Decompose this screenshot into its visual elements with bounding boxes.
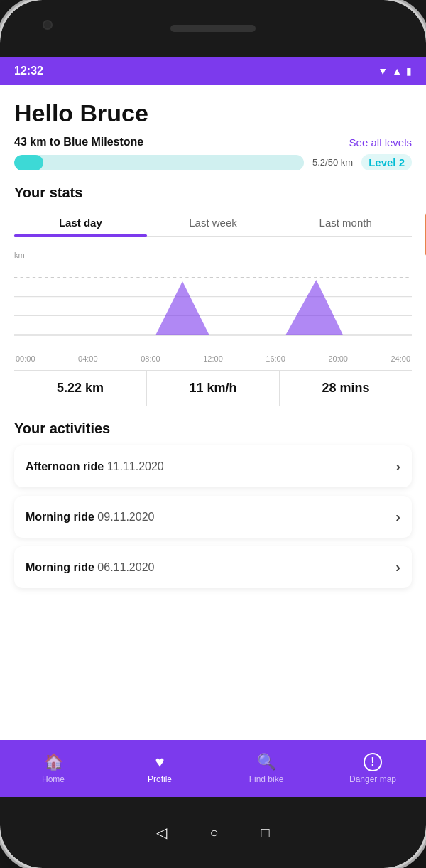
x-label-3: 12:00: [203, 354, 223, 363]
chevron-right-icon-1: ›: [395, 509, 400, 525]
status-bar: 12:32 ▼ ▲ ▮: [0, 57, 426, 85]
activity-name-2: Morning ride 06.11.2020: [26, 561, 154, 574]
tab-last-day[interactable]: Last day: [14, 210, 147, 236]
app-content: Hello Bruce 43 km to Blue Milestone See …: [0, 85, 426, 797]
progress-label: 5.2/50 km: [312, 157, 353, 168]
heart-icon: ♥: [155, 753, 164, 771]
activity-name-1: Morning ride 09.11.2020: [26, 511, 154, 523]
activity-name-0: Afternoon ride 11.11.2020: [26, 460, 164, 473]
x-label-5: 20:00: [328, 354, 348, 363]
stat-time: 28 mins: [280, 371, 412, 406]
stats-title: Your stats: [14, 185, 412, 201]
greeting-text: Hello Bruce: [14, 99, 412, 127]
top-bezel: [0, 0, 426, 57]
nav-danger-map[interactable]: ! Danger map: [320, 740, 426, 797]
bottom-nav: 🏠 Home ♥ Profile 🔍 Find bike ! Danger ma…: [0, 740, 426, 797]
camera: [43, 20, 53, 30]
status-time: 12:32: [14, 65, 43, 77]
chart-area: km 00:00: [14, 244, 412, 364]
progress-bar-fill: [14, 155, 43, 170]
svg-marker-5: [155, 281, 209, 335]
stats-tabs: Last day Last week Last month: [14, 210, 412, 237]
nav-danger-map-label: Danger map: [349, 774, 396, 784]
see-all-link[interactable]: See all levels: [349, 136, 412, 148]
main-content: Hello Bruce 43 km to Blue Milestone See …: [0, 85, 426, 740]
stat-speed: 11 km/h: [147, 371, 280, 406]
svg-marker-6: [285, 280, 343, 335]
stat-distance: 5.22 km: [14, 371, 147, 406]
progress-row: 5.2/50 km Level 2: [14, 154, 412, 170]
home-button[interactable]: ○: [209, 825, 218, 841]
tab-last-month[interactable]: Last month: [279, 210, 412, 236]
nav-find-bike-label: Find bike: [249, 774, 284, 784]
battery-icon: ▮: [406, 65, 412, 77]
wifi-icon: ▼: [378, 65, 388, 77]
nav-home[interactable]: 🏠 Home: [0, 740, 106, 797]
nav-profile[interactable]: ♥ Profile: [106, 740, 213, 797]
chevron-right-icon-0: ›: [395, 458, 400, 474]
tab-last-week[interactable]: Last week: [147, 210, 280, 236]
search-icon: 🔍: [257, 753, 276, 771]
chart-y-label: km: [14, 251, 25, 259]
x-label-1: 04:00: [78, 354, 98, 363]
x-label-0: 00:00: [16, 354, 36, 363]
activity-card-2[interactable]: Morning ride 06.11.2020 ›: [14, 546, 412, 588]
x-label-4: 16:00: [266, 354, 285, 363]
home-icon: 🏠: [44, 753, 63, 771]
phone-frame: 12:32 ▼ ▲ ▮ Hello Bruce 43 km to Blue Mi…: [0, 0, 426, 868]
danger-icon: !: [364, 753, 382, 771]
activities-title: Your activities: [14, 421, 412, 437]
chart-svg: [14, 251, 412, 350]
phone-screen: 12:32 ▼ ▲ ▮ Hello Bruce 43 km to Blue Mi…: [0, 57, 426, 797]
recent-button[interactable]: □: [261, 825, 270, 841]
level-badge: Level 2: [361, 154, 412, 170]
signal-icon: ▲: [392, 65, 402, 77]
back-button[interactable]: ◁: [156, 824, 167, 841]
chevron-right-icon-2: ›: [395, 559, 400, 575]
stats-values: 5.22 km 11 km/h 28 mins: [14, 370, 412, 406]
status-icons: ▼ ▲ ▮: [378, 65, 412, 77]
milestone-row: 43 km to Blue Milestone See all levels: [14, 136, 412, 148]
x-label-2: 08:00: [141, 354, 160, 363]
progress-bar-container: [14, 155, 304, 170]
nav-profile-label: Profile: [148, 774, 172, 784]
bottom-bezel: ◁ ○ □: [0, 797, 426, 868]
speaker: [170, 25, 256, 32]
activity-card-1[interactable]: Morning ride 09.11.2020 ›: [14, 496, 412, 538]
activity-card-0[interactable]: Afternoon ride 11.11.2020 ›: [14, 445, 412, 487]
nav-home-label: Home: [42, 774, 65, 784]
nav-find-bike[interactable]: 🔍 Find bike: [213, 740, 320, 797]
milestone-text: 43 km to Blue Milestone: [14, 136, 143, 148]
chart-x-labels: 00:00 04:00 08:00 12:00 16:00 20:00 24:0…: [14, 354, 412, 363]
x-label-6: 24:00: [390, 354, 410, 363]
